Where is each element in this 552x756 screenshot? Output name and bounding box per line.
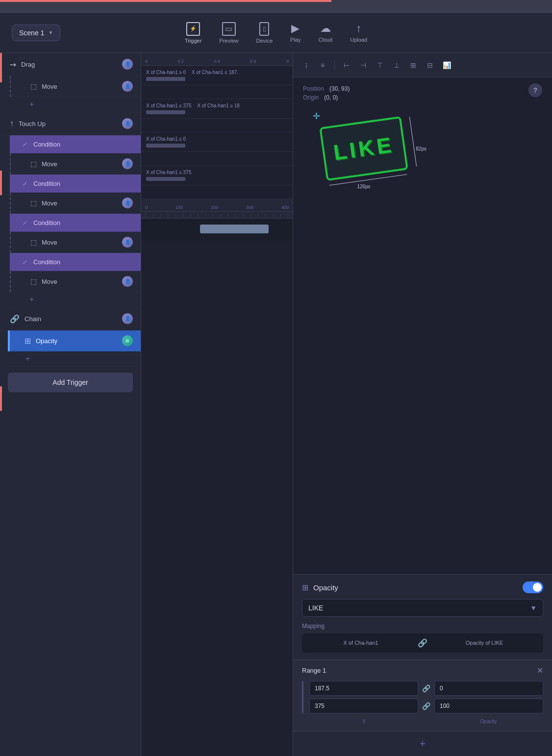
mapping-label: Mapping xyxy=(302,623,543,630)
condition-block-3: X of Cha-han1 ≤ 0 xyxy=(141,132,293,152)
range-inputs: 🔗 🔗 xyxy=(302,681,543,713)
avatar: 👤 xyxy=(122,237,133,248)
like-stamp[interactable]: LIKE xyxy=(319,116,408,181)
toolbar-align-bottom-icon[interactable]: ⊟ xyxy=(423,58,437,72)
toolbar-align-top-icon[interactable]: ⊥ xyxy=(390,58,403,72)
move-label: Move xyxy=(42,200,57,207)
toolbar-align-center-v-icon[interactable]: ⊞ xyxy=(406,58,420,72)
toolbar-rows-icon[interactable]: ≡ xyxy=(316,58,329,72)
crosshair-icon: ✛ xyxy=(313,111,320,122)
condition-1-item[interactable]: ⟋ Condition xyxy=(10,135,141,153)
toolbar-align-left-icon[interactable]: ⊢ xyxy=(340,58,353,72)
move-block-3 xyxy=(141,152,293,166)
device-label: Device xyxy=(256,38,273,44)
touchup-trigger-item[interactable]: ↑ Touch Up 👤 xyxy=(0,112,141,135)
cloud-icon: ☁ xyxy=(320,22,331,35)
range-section: Range 1 ✕ 🔗 🔗 xyxy=(293,660,552,731)
cond4-text1: X of Cha-han1 ≥ 375 xyxy=(146,170,191,175)
scene-label: Scene 1 xyxy=(19,29,44,37)
drag-icon: ↗ xyxy=(7,59,19,70)
scene-selector[interactable]: Scene 1 ▼ xyxy=(12,25,60,41)
play-icon: ▶ xyxy=(291,22,300,35)
x-axis-label: X xyxy=(362,719,366,724)
range-x-input-2[interactable] xyxy=(309,699,418,713)
move-label: Move xyxy=(42,278,57,285)
opacity-item[interactable]: ⊞ Opacity ⊞ xyxy=(8,330,141,352)
chain-add-button[interactable]: + xyxy=(8,352,141,367)
ruler-top: 0 0.2 0.4 0.6 0 xyxy=(141,53,293,66)
opacity-axis-label: Opacity xyxy=(480,719,497,724)
range-x-input-1[interactable] xyxy=(309,681,418,696)
range-close-button[interactable]: ✕ xyxy=(537,666,543,675)
range-opacity-input-1[interactable] xyxy=(434,681,543,696)
drag-trigger-item[interactable]: ↗ Drag 👤 xyxy=(0,53,141,76)
touchup-add-button[interactable]: + xyxy=(10,292,141,307)
link-icon: 🔗 xyxy=(418,638,427,648)
cond2-bar xyxy=(146,110,185,114)
move-label: Move xyxy=(42,239,57,246)
toolbar-chart-icon[interactable]: 📊 xyxy=(440,58,453,72)
condition-2-item[interactable]: ⟋ Condition xyxy=(10,175,141,193)
height-label: 82px xyxy=(416,146,427,151)
toolbar-align-center-h-icon[interactable]: ⊣ xyxy=(356,58,370,72)
header-tools: ⚡ Trigger ▭ Preview ▯ Device ▶ Play ☁ Cl… xyxy=(185,22,367,44)
trigger-indicator xyxy=(0,53,2,756)
cond3-bar xyxy=(146,144,185,148)
like-dropdown[interactable]: LIKE ▼ xyxy=(302,599,543,617)
play-tool[interactable]: ▶ Play xyxy=(290,22,301,44)
chain-icon: 🔗 xyxy=(10,314,20,324)
condition-texts-2: X of Cha-han1 ≤ 375 X of Cha-han1 ≥ 18 xyxy=(146,103,288,108)
opacity-checkered-icon: ⊞ xyxy=(302,583,308,592)
move-icon: ⬚ xyxy=(30,277,37,285)
chain-trigger-item[interactable]: 🔗 Chain 👤 xyxy=(0,307,141,330)
position-label: Position xyxy=(303,85,324,92)
condition-label: Condition xyxy=(33,141,60,148)
cond4-bar xyxy=(146,177,185,181)
condition-label: Condition xyxy=(33,219,60,227)
cond3-text1: X of Cha-han1 ≤ 0 xyxy=(146,136,186,142)
ruler-ticks: | | | | | | | | | | | | | | | | | | | | xyxy=(141,212,293,219)
preview-tool[interactable]: ▭ Preview xyxy=(219,22,238,44)
properties-panel: ⊞ Opacity LIKE ▼ Mapping xyxy=(293,574,552,756)
condition-4-item[interactable]: ⟋ Condition xyxy=(10,253,141,271)
drag-add-button[interactable]: + xyxy=(10,97,141,112)
avatar: 👤 xyxy=(122,313,133,324)
move-block-1 xyxy=(141,85,293,99)
move-icon: ⬚ xyxy=(30,160,37,168)
cond3-move-item[interactable]: ⬚ Move 👤 xyxy=(10,232,141,253)
device-tool[interactable]: ▯ Device xyxy=(256,22,273,44)
move-label: Move xyxy=(42,83,57,90)
add-trigger-button[interactable]: Add Trigger xyxy=(8,373,133,392)
play-label: Play xyxy=(290,37,301,43)
add-range-button[interactable]: + xyxy=(293,731,552,756)
canvas-object[interactable]: ✛ LIKE 126px 82px xyxy=(323,122,405,176)
condition-label: Condition xyxy=(33,258,60,266)
help-button[interactable]: ? xyxy=(528,83,542,97)
cloud-tool[interactable]: ☁ Cloud xyxy=(318,22,332,44)
move-label: Move xyxy=(42,160,57,168)
origin-value: (0, 0) xyxy=(324,94,338,101)
condition-3-item[interactable]: ⟋ Condition xyxy=(10,214,141,232)
toolbar-align-right-icon[interactable]: ⊤ xyxy=(373,58,387,72)
opacity-progress-bar[interactable] xyxy=(200,225,269,233)
condition-icon: ⟋ xyxy=(22,140,28,148)
avatar: 👤 xyxy=(122,59,133,70)
range-link-icon-2: 🔗 xyxy=(422,702,430,710)
avatar: 👤 xyxy=(122,198,133,208)
upload-tool[interactable]: ↑ Upload xyxy=(350,22,367,44)
position-value: (30, 93) xyxy=(329,85,350,92)
cond1-move-item[interactable]: ⬚ Move 👤 xyxy=(10,153,141,175)
trigger-tool[interactable]: ⚡ Trigger xyxy=(185,22,201,44)
condition-icon: ⟋ xyxy=(22,258,28,266)
preview-icon: ▭ xyxy=(222,22,236,36)
range-header: Range 1 ✕ xyxy=(302,666,543,675)
cond4-move-item[interactable]: ⬚ Move 👤 xyxy=(10,271,141,292)
drag-move-item[interactable]: ⬚ Move 👤 xyxy=(10,76,141,97)
ruler-bottom: 0 100 200 300 400 xyxy=(141,199,293,212)
opacity-toggle[interactable] xyxy=(523,581,543,593)
touchup-icon: ↑ xyxy=(10,119,14,128)
cond2-move-item[interactable]: ⬚ Move 👤 xyxy=(10,193,141,214)
toolbar-columns-icon[interactable]: ⫶ xyxy=(299,58,313,72)
condition-block-4: X of Cha-han1 ≥ 375 xyxy=(141,166,293,185)
range-opacity-input-2[interactable] xyxy=(434,699,543,713)
